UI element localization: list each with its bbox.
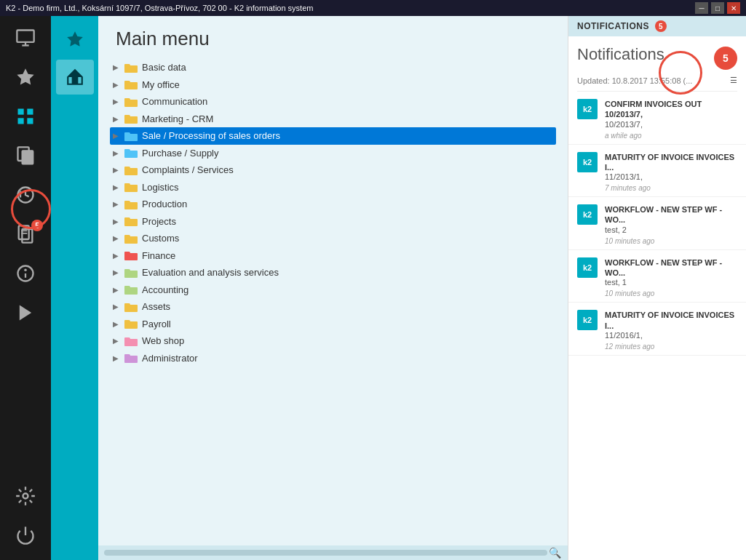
notif-time: 7 minutes ago [605,184,737,192]
tree-arrow-icon: ▶ [113,284,120,295]
svg-rect-5 [27,109,33,115]
scrollbar-area[interactable]: 🔍 [98,545,568,560]
notif-msg-title: WORKFLOW - NEW STEP WF - WO... [605,257,737,279]
tree-arrow-icon: ▶ [113,113,120,124]
folder-icon [124,199,138,209]
notif-updated-row: Updated: 10.8.2017 13:55:08 (... ☰ [568,76,746,91]
notif-time: 12 minutes ago [605,343,737,351]
folder-icon [124,336,138,346]
menu-item-label: Communication [142,95,207,109]
menu-item-5[interactable]: ▶Sale / Processing of sales orders [110,127,556,145]
notif-menu-icon[interactable]: ☰ [730,76,737,85]
menu-item-9[interactable]: ▶Production [110,196,556,213]
menu-item-label: Customs [142,231,179,246]
tree-arrow-icon: ▶ [113,130,120,141]
menu-item-label: Payroll [142,317,171,332]
folder-icon [124,250,138,260]
notif-item-3[interactable]: k2WORKFLOW - NEW STEP WF - WO...test, 21… [568,197,746,250]
sidebar-documents[interactable]: 5 [4,215,47,253]
tree-arrow-icon: ▶ [113,301,120,312]
menu-item-12[interactable]: ▶Finance [110,247,556,265]
notif-count-bubble: 5 [714,47,737,70]
menu-item-11[interactable]: ▶Customs [110,230,556,247]
notif-content: MATURITY OF INVOICE INVOICES I...11/2013… [605,152,737,193]
notif-msg-sub: 10/2013/7, [605,120,737,129]
menu-item-15[interactable]: ▶Assets [110,298,556,316]
menu-item-label: Finance [142,249,175,263]
k2-badge: k2 [577,204,598,225]
folder-icon [124,233,138,244]
sidebar-play[interactable] [4,294,47,332]
main-content: Main menu ▶Basic data▶My office▶Communic… [98,16,568,560]
sidebar-power[interactable] [4,516,47,554]
tree-arrow-icon: ▶ [113,267,120,278]
notif-msg-sub: 11/2016/1, [605,331,737,340]
notif-updated-text: Updated: 10.8.2017 13:55:08 (... [577,76,727,85]
notif-item-1[interactable]: k2CONFIRM INVOICES OUT 10/2013/7,10/2013… [568,92,746,145]
menu-item-label: Purchase / Supply [142,146,219,161]
menu-item-7[interactable]: ▶Complaints / Services [110,161,556,179]
svg-marker-3 [17,68,33,84]
notif-item-4[interactable]: k2WORKFLOW - NEW STEP WF - WO...test, 11… [568,250,746,303]
menu-item-6[interactable]: ▶Purchase / Supply [110,145,556,162]
folder-icon [124,353,138,363]
folder-icon [124,97,138,107]
close-button[interactable]: ✕ [727,2,740,14]
secondary-home[interactable] [56,60,94,95]
svg-rect-6 [18,118,24,124]
folder-icon [124,216,138,226]
svg-rect-22 [72,77,77,84]
menu-item-label: Web shop [142,334,184,348]
folder-icon [124,79,138,89]
sidebar-settings[interactable] [4,477,47,515]
svg-point-19 [23,494,28,499]
notif-list: k2CONFIRM INVOICES OUT 10/2013/7,10/2013… [568,92,746,560]
secondary-sidebar [51,16,98,560]
menu-item-17[interactable]: ▶Web shop [110,332,556,350]
sidebar-favorites[interactable] [4,58,47,96]
notif-header: Notifications 5 [568,36,746,76]
minimize-button[interactable]: ─ [695,2,708,14]
notifications-tab[interactable]: NOTIFICATIONS 5 [568,16,746,36]
menu-item-16[interactable]: ▶Payroll [110,316,556,333]
menu-item-label: Projects [142,215,176,229]
notif-content: MATURITY OF INVOICE INVOICES I...11/2016… [605,310,737,351]
menu-item-1[interactable]: ▶Basic data [110,59,556,76]
menu-item-14[interactable]: ▶Accounting [110,281,556,299]
tree-arrow-icon: ▶ [113,96,120,107]
notif-msg-title: CONFIRM INVOICES OUT 10/2013/7, [605,99,737,120]
notif-time: a while ago [605,132,737,140]
scrollbar-track[interactable] [104,550,547,556]
sidebar-grid[interactable] [4,97,47,135]
menu-item-3[interactable]: ▶Communication [110,93,556,111]
tree-arrow-icon: ▶ [113,182,120,193]
menu-item-18[interactable]: ▶Administrator [110,350,556,367]
notif-item-2[interactable]: k2MATURITY OF INVOICE INVOICES I...11/20… [568,145,746,198]
maximize-button[interactable]: □ [711,2,724,14]
window-title: K2 - Demo firm, Ltd., Koksární 1097/7, O… [6,4,313,12]
sidebar-monitor[interactable] [4,19,47,57]
notif-item-5[interactable]: k2MATURITY OF INVOICE INVOICES I...11/20… [568,303,746,356]
tree-arrow-icon: ▶ [113,199,120,209]
sidebar-history[interactable] [4,176,47,214]
menu-item-10[interactable]: ▶Projects [110,213,556,231]
menu-item-label: Marketing - CRM [142,112,213,127]
menu-item-8[interactable]: ▶Logistics [110,179,556,196]
tree-arrow-icon: ▶ [113,353,120,364]
window-controls: ─ □ ✕ [695,2,740,14]
svg-rect-4 [18,109,24,115]
sidebar-info[interactable] [4,255,47,292]
menu-tree: ▶Basic data▶My office▶Communication▶Mark… [98,56,568,545]
folder-icon [124,284,138,295]
svg-rect-11 [19,225,29,239]
menu-item-4[interactable]: ▶Marketing - CRM [110,111,556,128]
sidebar-pages[interactable] [4,137,47,175]
documents-badge: 5 [31,220,43,231]
menu-item-13[interactable]: ▶Evaluation and analysis services [110,264,556,281]
menu-item-label: My office [142,78,180,92]
secondary-favorites[interactable] [56,22,94,57]
k2-badge: k2 [577,257,598,278]
menu-item-2[interactable]: ▶My office [110,76,556,94]
scroll-search-icon[interactable]: 🔍 [547,545,562,560]
tree-arrow-icon: ▶ [113,164,120,175]
